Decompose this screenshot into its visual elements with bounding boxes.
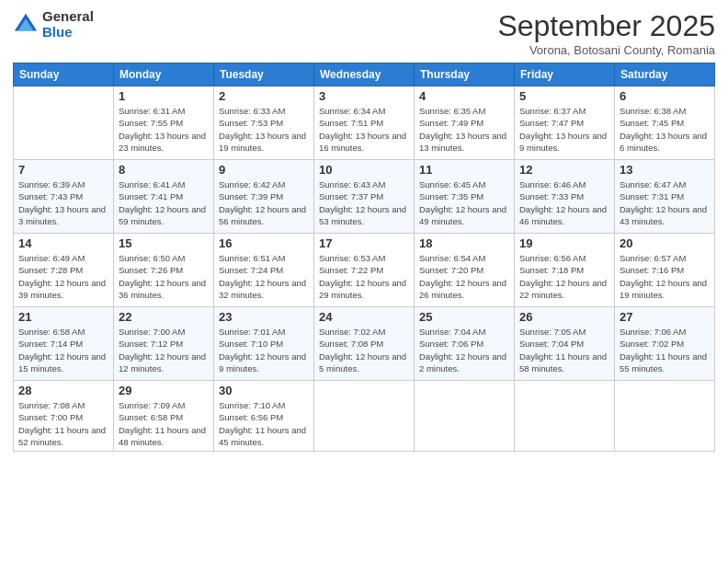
weekday-header-wednesday: Wednesday [314,63,415,86]
week-row-3: 14Sunrise: 6:49 AMSunset: 7:28 PMDayligh… [14,234,715,307]
day-info: Sunrise: 6:39 AMSunset: 7:43 PMDaylight:… [18,178,108,227]
day-info: Sunrise: 6:51 AMSunset: 7:24 PMDaylight:… [219,252,309,301]
day-number: 26 [519,310,609,324]
day-number: 2 [219,89,309,103]
day-info: Sunrise: 7:06 AMSunset: 7:02 PMDaylight:… [620,326,710,374]
logo-general: General [42,9,94,25]
day-info: Sunrise: 7:01 AMSunset: 7:10 PMDaylight:… [219,326,309,374]
day-info: Sunrise: 6:43 AMSunset: 7:37 PMDaylight:… [319,178,409,227]
header: General Blue September 2025 Vorona, Boto… [13,9,715,57]
day-number: 27 [620,310,710,324]
calendar-cell: 11Sunrise: 6:45 AMSunset: 7:35 PMDayligh… [415,160,515,234]
weekday-header-saturday: Saturday [615,63,715,86]
day-number: 10 [319,163,409,177]
logo: General Blue [13,9,94,40]
day-number: 12 [519,163,609,177]
day-info: Sunrise: 7:09 AMSunset: 6:58 PMDaylight:… [119,399,209,448]
weekday-header-tuesday: Tuesday [214,63,314,86]
weekday-header-friday: Friday [515,63,615,86]
week-row-4: 21Sunrise: 6:58 AMSunset: 7:14 PMDayligh… [14,307,715,381]
calendar-cell: 20Sunrise: 6:57 AMSunset: 7:16 PMDayligh… [615,234,715,307]
calendar-cell: 28Sunrise: 7:08 AMSunset: 7:00 PMDayligh… [14,381,114,452]
calendar-cell: 5Sunrise: 6:37 AMSunset: 7:47 PMDaylight… [515,86,615,160]
day-number: 6 [620,89,710,103]
day-info: Sunrise: 7:02 AMSunset: 7:08 PMDaylight:… [319,326,409,374]
logo-icon [13,12,39,38]
weekday-header-thursday: Thursday [415,63,515,86]
calendar-cell: 30Sunrise: 7:10 AMSunset: 6:56 PMDayligh… [214,381,314,452]
day-info: Sunrise: 6:37 AMSunset: 7:47 PMDaylight:… [519,105,609,154]
day-number: 15 [119,236,209,250]
day-info: Sunrise: 6:53 AMSunset: 7:22 PMDaylight:… [319,252,409,301]
calendar-cell: 2Sunrise: 6:33 AMSunset: 7:53 PMDaylight… [214,86,314,160]
day-info: Sunrise: 6:35 AMSunset: 7:49 PMDaylight:… [419,105,509,154]
day-number: 20 [620,236,710,250]
calendar-cell [314,381,415,452]
calendar-cell: 22Sunrise: 7:00 AMSunset: 7:12 PMDayligh… [114,307,214,381]
month-title: September 2025 [497,9,715,43]
day-number: 24 [319,310,409,324]
calendar-cell: 19Sunrise: 6:56 AMSunset: 7:18 PMDayligh… [515,234,615,307]
calendar-cell: 13Sunrise: 6:47 AMSunset: 7:31 PMDayligh… [615,160,715,234]
calendar-cell: 24Sunrise: 7:02 AMSunset: 7:08 PMDayligh… [314,307,415,381]
calendar-cell [14,86,114,160]
calendar-table: SundayMondayTuesdayWednesdayThursdayFrid… [13,63,715,452]
calendar-cell [615,381,715,452]
logo-blue: Blue [42,25,94,40]
day-info: Sunrise: 6:42 AMSunset: 7:39 PMDaylight:… [219,178,309,227]
page: General Blue September 2025 Vorona, Boto… [0,0,728,563]
day-number: 19 [519,236,609,250]
calendar-cell: 26Sunrise: 7:05 AMSunset: 7:04 PMDayligh… [515,307,615,381]
day-info: Sunrise: 7:00 AMSunset: 7:12 PMDaylight:… [119,326,209,374]
day-number: 23 [219,310,309,324]
calendar-cell: 21Sunrise: 6:58 AMSunset: 7:14 PMDayligh… [14,307,114,381]
calendar-cell: 10Sunrise: 6:43 AMSunset: 7:37 PMDayligh… [314,160,415,234]
calendar-cell: 7Sunrise: 6:39 AMSunset: 7:43 PMDaylight… [14,160,114,234]
calendar-cell: 17Sunrise: 6:53 AMSunset: 7:22 PMDayligh… [314,234,415,307]
logo-text: General Blue [42,9,94,40]
day-number: 22 [119,310,209,324]
day-info: Sunrise: 6:58 AMSunset: 7:14 PMDaylight:… [18,326,108,374]
calendar-cell: 27Sunrise: 7:06 AMSunset: 7:02 PMDayligh… [615,307,715,381]
day-number: 30 [219,384,309,397]
calendar-cell: 16Sunrise: 6:51 AMSunset: 7:24 PMDayligh… [214,234,314,307]
calendar-cell: 1Sunrise: 6:31 AMSunset: 7:55 PMDaylight… [114,86,214,160]
day-number: 17 [319,236,409,250]
calendar-cell: 6Sunrise: 6:38 AMSunset: 7:45 PMDaylight… [615,86,715,160]
day-info: Sunrise: 6:41 AMSunset: 7:41 PMDaylight:… [119,178,209,227]
day-number: 21 [18,310,108,324]
day-info: Sunrise: 6:45 AMSunset: 7:35 PMDaylight:… [419,178,509,227]
calendar-cell: 18Sunrise: 6:54 AMSunset: 7:20 PMDayligh… [415,234,515,307]
day-info: Sunrise: 6:49 AMSunset: 7:28 PMDaylight:… [18,252,108,301]
day-info: Sunrise: 7:04 AMSunset: 7:06 PMDaylight:… [419,326,509,374]
day-number: 25 [419,310,509,324]
calendar-cell: 14Sunrise: 6:49 AMSunset: 7:28 PMDayligh… [14,234,114,307]
day-info: Sunrise: 7:08 AMSunset: 7:00 PMDaylight:… [18,399,108,448]
day-info: Sunrise: 7:10 AMSunset: 6:56 PMDaylight:… [219,399,309,448]
day-info: Sunrise: 6:54 AMSunset: 7:20 PMDaylight:… [419,252,509,301]
weekday-header-monday: Monday [114,63,214,86]
calendar-cell [415,381,515,452]
calendar-cell: 8Sunrise: 6:41 AMSunset: 7:41 PMDaylight… [114,160,214,234]
week-row-1: 1Sunrise: 6:31 AMSunset: 7:55 PMDaylight… [14,86,715,160]
day-number: 11 [419,163,509,177]
day-number: 7 [18,163,108,177]
day-number: 28 [18,384,108,397]
location-subtitle: Vorona, Botosani County, Romania [497,43,715,57]
calendar-cell: 29Sunrise: 7:09 AMSunset: 6:58 PMDayligh… [114,381,214,452]
day-info: Sunrise: 6:46 AMSunset: 7:33 PMDaylight:… [519,178,609,227]
day-number: 8 [119,163,209,177]
day-number: 1 [119,89,209,103]
calendar-cell: 3Sunrise: 6:34 AMSunset: 7:51 PMDaylight… [314,86,415,160]
day-number: 14 [18,236,108,250]
day-info: Sunrise: 6:34 AMSunset: 7:51 PMDaylight:… [319,105,409,154]
day-number: 16 [219,236,309,250]
day-info: Sunrise: 6:31 AMSunset: 7:55 PMDaylight:… [119,105,209,154]
calendar-cell: 25Sunrise: 7:04 AMSunset: 7:06 PMDayligh… [415,307,515,381]
day-number: 4 [419,89,509,103]
calendar-cell: 4Sunrise: 6:35 AMSunset: 7:49 PMDaylight… [415,86,515,160]
day-info: Sunrise: 6:38 AMSunset: 7:45 PMDaylight:… [620,105,710,154]
day-info: Sunrise: 6:56 AMSunset: 7:18 PMDaylight:… [519,252,609,301]
calendar-cell: 15Sunrise: 6:50 AMSunset: 7:26 PMDayligh… [114,234,214,307]
day-number: 18 [419,236,509,250]
